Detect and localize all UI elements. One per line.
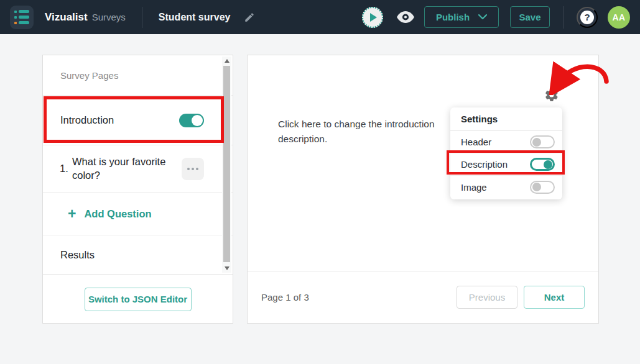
logo-dot <box>14 22 17 24</box>
scroll-down-arrow[interactable] <box>222 264 231 273</box>
settings-item-image[interactable]: Image <box>450 176 562 198</box>
settings-item-description[interactable]: Description <box>450 153 562 176</box>
introduction-toggle[interactable] <box>179 114 204 127</box>
image-toggle[interactable] <box>530 181 555 194</box>
settings-popup-title: Settings <box>450 107 562 131</box>
help-button[interactable]: ? <box>577 7 598 28</box>
ellipsis-icon <box>192 168 194 170</box>
header-toggle[interactable] <box>530 135 555 148</box>
sidebar-scrollbar[interactable] <box>222 57 231 273</box>
avatar[interactable]: AA <box>608 6 630 29</box>
add-question-label: Add Question <box>84 208 151 220</box>
ellipsis-icon <box>187 168 190 170</box>
previous-page-button[interactable]: Previous <box>457 286 517 309</box>
top-navbar: Vizualist Surveys Student survey Publish… <box>0 0 640 34</box>
logo-bar <box>19 10 29 13</box>
pager-buttons: Previous Next <box>457 286 585 309</box>
scrollbar-thumb[interactable] <box>223 66 230 262</box>
settings-item-header[interactable]: Header <box>450 131 562 153</box>
question-text: What is your favorite color? <box>72 155 177 182</box>
next-page-button[interactable]: Next <box>524 286 585 309</box>
sidebar-item-introduction[interactable]: Introduction <box>43 95 233 145</box>
page-navigation-footer: Page 1 of 3 Previous Next <box>248 271 598 323</box>
app-logo-icon[interactable] <box>10 6 34 29</box>
sidebar-footer: Switch to JSON Editor <box>43 274 233 324</box>
brand-name: Vizualist <box>45 11 88 24</box>
logo-dot <box>14 11 17 13</box>
description-toggle[interactable] <box>530 158 555 171</box>
question-options-button[interactable] <box>182 158 204 180</box>
header-divider <box>142 7 142 28</box>
plus-icon: + <box>68 207 76 221</box>
logo-bar <box>19 21 29 24</box>
preview-play-button[interactable] <box>362 7 383 28</box>
results-label: Results <box>60 249 95 261</box>
header-toggle-label: Header <box>461 137 491 147</box>
toggle-knob <box>532 183 541 191</box>
logo-row <box>14 21 34 24</box>
header-divider <box>563 6 564 29</box>
survey-pages-panel: Survey Pages Introduction 1. What is you… <box>42 55 233 324</box>
logo-row <box>14 10 34 13</box>
chevron-down-icon <box>478 14 487 20</box>
preview-eye-icon[interactable] <box>397 11 414 23</box>
app-window: Vizualist Surveys Student survey Publish… <box>0 0 640 364</box>
page-editor-panel: Click here to change the introduction de… <box>247 55 599 324</box>
brand: Vizualist Surveys <box>45 11 126 24</box>
page-indicator: Page 1 of 3 <box>261 292 309 303</box>
settings-popup: Settings Header Description Image <box>450 107 562 199</box>
sidebar-item-results[interactable]: Results <box>43 235 233 274</box>
ellipsis-icon <box>196 168 198 170</box>
description-toggle-label: Description <box>461 159 508 170</box>
save-button[interactable]: Save <box>510 6 550 28</box>
switch-to-json-editor-button[interactable]: Switch to JSON Editor <box>85 288 192 311</box>
play-icon <box>370 13 377 22</box>
add-question-button[interactable]: + Add Question <box>43 192 233 235</box>
publish-label: Publish <box>436 12 470 22</box>
triangle-down-icon <box>225 266 230 270</box>
brand-suffix: Surveys <box>92 12 126 22</box>
introduction-description-placeholder[interactable]: Click here to change the introduction de… <box>278 117 448 147</box>
toggle-knob <box>532 138 541 147</box>
toggle-knob <box>192 115 203 126</box>
page-settings-gear-icon[interactable] <box>544 87 560 103</box>
publish-button[interactable]: Publish <box>424 6 499 28</box>
survey-title: Student survey <box>159 12 231 23</box>
survey-pages-heading: Survey Pages <box>43 55 233 95</box>
logo-dot <box>14 16 17 19</box>
introduction-label: Introduction <box>60 114 114 126</box>
triangle-up-icon <box>225 59 230 63</box>
edit-title-icon[interactable] <box>244 12 255 23</box>
image-toggle-label: Image <box>461 182 487 193</box>
sidebar-item-question-1[interactable]: 1. What is your favorite color? <box>43 145 233 192</box>
question-mark-icon: ? <box>580 11 594 24</box>
toggle-knob <box>544 160 552 169</box>
question-number: 1. <box>60 163 72 175</box>
logo-bar <box>19 16 29 19</box>
scroll-up-arrow[interactable] <box>222 57 231 65</box>
logo-row <box>14 16 34 19</box>
